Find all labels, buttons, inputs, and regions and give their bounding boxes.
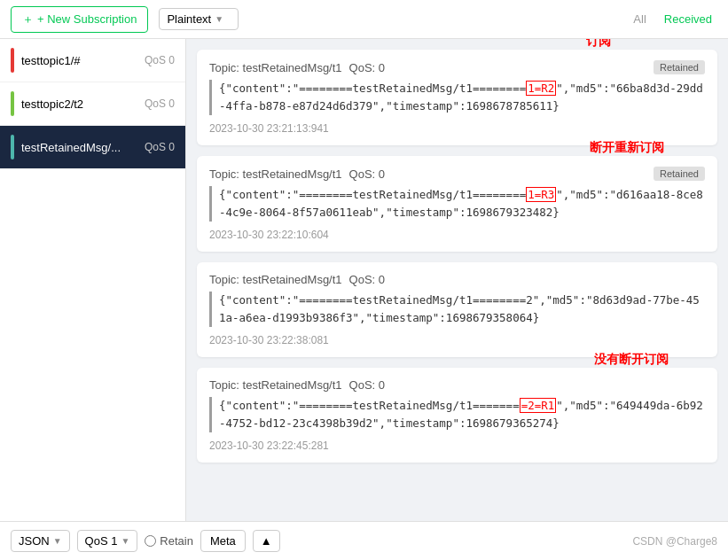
annotation-subscribe: 订阅 (586, 39, 611, 50)
retained-badge-1: Retained (654, 60, 705, 74)
topic-qos: QoS 0 (145, 97, 175, 110)
message-body-4: {"content":"========testRetainedMsg/t1==… (209, 397, 705, 432)
format-label: Plaintext (167, 12, 211, 26)
topic-qos: QoS 0 (145, 141, 175, 153)
chevron-down-icon: ▼ (121, 536, 129, 546)
format-select[interactable]: Plaintext ▼ (159, 8, 239, 30)
qos-label: QoS 1 (85, 534, 118, 548)
retain-radio[interactable] (145, 535, 156, 547)
topic-qos: QoS 0 (145, 54, 175, 66)
annotation-reconnect: 断开重新订阅 (590, 140, 664, 156)
top-bar: ＋ + New Subscription Plaintext ▼ All Rec… (0, 0, 728, 39)
message-time-4: 2023-10-30 23:22:45:281 (209, 439, 705, 452)
message-area: 订阅 Topic: testRetainedMsg/t1 QoS: 0 Reta… (186, 39, 728, 521)
topic-indicator (11, 48, 14, 73)
credit-text: CSDN @Charge8 (632, 535, 717, 548)
highlight-1: 1=R2 (526, 81, 556, 96)
message-header-3: Topic: testRetainedMsg/t1 QoS: 0 (209, 273, 705, 286)
topic-indicator (11, 135, 14, 159)
highlight-2: 1=R3 (526, 187, 556, 202)
new-subscription-label: + New Subscription (37, 12, 137, 26)
message-topic-3: Topic: testRetainedMsg/t1 (209, 273, 342, 286)
message-body-1: {"content":"========testRetainedMsg/t1==… (209, 80, 705, 115)
message-header-2: Topic: testRetainedMsg/t1 QoS: 0 Retaine… (209, 167, 705, 181)
message-header-4: Topic: testRetainedMsg/t1 QoS: 0 (209, 378, 705, 392)
plus-icon: ＋ (22, 12, 34, 27)
upload-button[interactable]: ▲ (253, 530, 280, 552)
message-card-1: 订阅 Topic: testRetainedMsg/t1 QoS: 0 Reta… (197, 50, 717, 145)
message-topic-2: Topic: testRetainedMsg/t1 (209, 167, 342, 181)
filter-all-button[interactable]: All (628, 11, 651, 27)
message-topic-4: Topic: testRetainedMsg/t1 (209, 378, 342, 392)
retain-checkbox-label[interactable]: Retain (145, 534, 193, 548)
message-qos-4: QoS: 0 (349, 378, 385, 392)
sidebar-item-testtopic1[interactable]: testtopic1/# QoS 0 (0, 39, 185, 82)
main-content: testtopic1/# QoS 0 testtopic2/t2 QoS 0 t… (0, 39, 728, 521)
message-card-3: Topic: testRetainedMsg/t1 QoS: 0 {"conte… (197, 262, 717, 357)
topic-name: testtopic1/# (21, 54, 137, 67)
sidebar-item-testretainedmsg[interactable]: testRetainedMsg/... QoS 0 (0, 126, 185, 169)
message-card-4: 没有断开订阅 Topic: testRetainedMsg/t1 QoS: 0 … (197, 368, 717, 463)
message-time-1: 2023-10-30 23:21:13:941 (209, 122, 705, 135)
message-time-2: 2023-10-30 23:22:10:604 (209, 229, 705, 241)
topic-name: testRetainedMsg/... (21, 141, 137, 154)
retain-text: Retain (160, 534, 193, 548)
topic-indicator (11, 91, 14, 116)
bottom-bar: JSON ▼ QoS 1 ▼ Retain Meta ▲ CSDN @Charg… (0, 521, 728, 560)
filter-received-button[interactable]: Received (659, 11, 717, 27)
message-body-2: {"content":"========testRetainedMsg/t1==… (209, 186, 705, 222)
qos-select[interactable]: QoS 1 ▼ (77, 530, 138, 552)
message-qos-3: QoS: 0 (349, 273, 385, 286)
message-qos-2: QoS: 0 (349, 167, 385, 181)
json-label: JSON (19, 534, 50, 548)
message-card-2: 断开重新订阅 Topic: testRetainedMsg/t1 QoS: 0 … (197, 156, 717, 252)
message-qos-1: QoS: 0 (349, 61, 385, 74)
topic-name: testtopic2/t2 (21, 97, 137, 111)
message-header-1: Topic: testRetainedMsg/t1 QoS: 0 Retaine… (209, 60, 705, 74)
message-topic-1: Topic: testRetainedMsg/t1 (209, 61, 342, 74)
highlight-4: =2=R1 (520, 398, 557, 413)
meta-button[interactable]: Meta (200, 530, 246, 552)
sidebar-item-testtopic2[interactable]: testtopic2/t2 QoS 0 (0, 82, 185, 126)
message-body-3: {"content":"========testRetainedMsg/t1==… (209, 292, 705, 327)
filter-buttons: All Received (628, 11, 717, 27)
sidebar: testtopic1/# QoS 0 testtopic2/t2 QoS 0 t… (0, 39, 186, 521)
json-format-select[interactable]: JSON ▼ (11, 530, 70, 552)
message-time-3: 2023-10-30 23:22:38:081 (209, 334, 705, 346)
new-subscription-button[interactable]: ＋ + New Subscription (11, 6, 148, 33)
chevron-down-icon: ▼ (53, 536, 62, 546)
chevron-down-icon: ▼ (215, 14, 223, 24)
retained-badge-2: Retained (654, 167, 705, 181)
annotation-no-disconnect: 没有断开订阅 (594, 352, 669, 368)
